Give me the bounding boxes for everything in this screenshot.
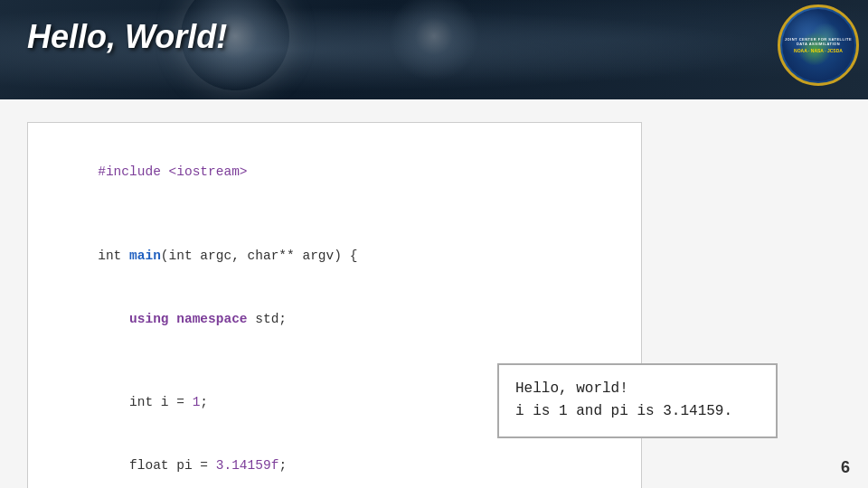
output-line-1: Hello, world! <box>515 378 760 401</box>
logo-inner: JOINT CENTER FOR SATELLITE DATA ASSIMILA… <box>782 9 854 81</box>
code-function: main <box>129 249 161 263</box>
code-text: int i = <box>98 395 192 409</box>
code-text: (int argc, char** argv) { <box>161 249 358 263</box>
header: Hello, World! JOINT CENTER FOR SATELLITE… <box>0 0 868 99</box>
code-text: int <box>98 249 129 263</box>
code-text <box>98 312 129 326</box>
code-text: ; <box>200 395 208 409</box>
code-line-1: #include <iostream> <box>51 141 618 204</box>
code-line-3: int main(int argc, char** argv) { <box>51 225 618 288</box>
code-text: std; <box>248 312 288 326</box>
code-text: float pi = <box>98 458 216 473</box>
slide-title: Hello, World! <box>27 18 227 56</box>
slide-content: #include <iostream> int main(int argc, c… <box>0 99 868 488</box>
code-line-blank-1 <box>51 204 618 225</box>
jcsda-logo: JOINT CENTER FOR SATELLITE DATA ASSIMILA… <box>778 5 859 86</box>
output-line-2: i is 1 and pi is 3.14159. <box>515 400 760 424</box>
code-number-pi: 3.14159f <box>216 458 279 473</box>
code-line-4: using namespace std; <box>51 287 618 351</box>
code-line-7: float pi = 3.14159f; <box>51 435 618 488</box>
slide-number: 6 <box>841 458 850 477</box>
code-preprocessor: #include <iostream> <box>98 164 247 179</box>
output-box: Hello, world! i is 1 and pi is 3.14159. <box>497 363 778 438</box>
code-keyword: using namespace <box>129 312 248 326</box>
logo-text-bottom: NOAA · NASA · JCSDA <box>794 48 843 53</box>
logo-text-top: JOINT CENTER FOR SATELLITE DATA ASSIMILA… <box>782 37 854 46</box>
code-text: ; <box>278 458 287 473</box>
